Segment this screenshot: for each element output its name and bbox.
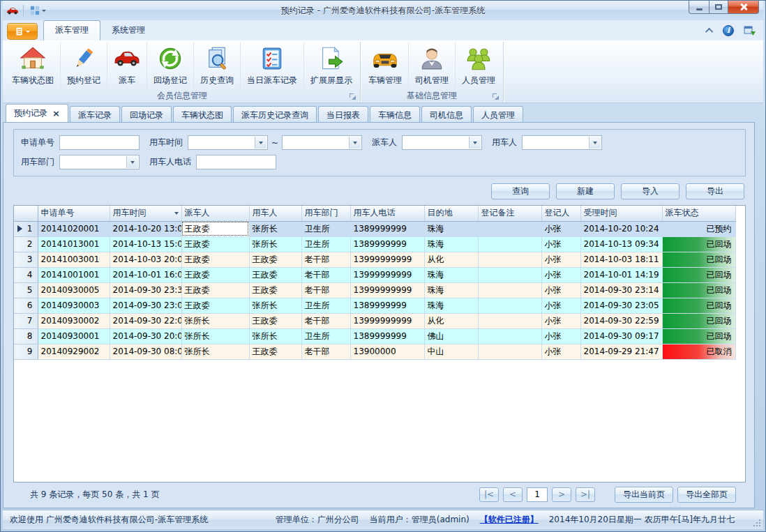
cell-order-no[interactable]: 20141003001	[38, 252, 110, 267]
chevron-down-icon[interactable]	[255, 137, 266, 149]
cell-dept[interactable]: 老干部	[301, 252, 350, 267]
cell-phone[interactable]: 13999999999	[350, 267, 424, 282]
file-menu-button[interactable]	[7, 23, 38, 40]
minimize-button[interactable]	[689, 1, 709, 14]
cell-status[interactable]: 已回场	[662, 267, 735, 282]
page-number-input[interactable]	[527, 487, 548, 502]
doc-tab-daily-report[interactable]: 当日报表	[318, 106, 368, 122]
column-header-order-no[interactable]: 申请单号	[38, 206, 110, 221]
cell-registrar[interactable]: 小张	[541, 282, 580, 298]
cell-accept-time[interactable]: 2014-10-13 09:34	[580, 236, 662, 252]
cell-dept[interactable]: 老干部	[301, 267, 350, 282]
cell-order-no[interactable]: 20140930001	[38, 328, 110, 344]
doc-tab-driver-info[interactable]: 司机信息	[421, 106, 472, 122]
table-row[interactable]: 9 20140929002 2014-09-30 08:00 张所长 王政委 老…	[14, 344, 735, 359]
cell-status[interactable]: 已取消	[662, 344, 735, 359]
row-selector-cell[interactable]: 6	[14, 298, 38, 313]
cell-status[interactable]: 已回场	[662, 236, 735, 252]
cell-use-time[interactable]: 2014-10-01 16:00	[110, 267, 181, 282]
ribbon-button-personnel-management[interactable]: 人员管理	[455, 42, 502, 89]
cell-dept[interactable]: 卫生所	[301, 298, 350, 313]
cell-remark[interactable]	[478, 267, 541, 282]
cell-remark[interactable]	[478, 328, 541, 344]
cell-dept[interactable]: 卫生所	[301, 328, 350, 344]
cell-registrar[interactable]: 小张	[541, 252, 580, 267]
cell-destination[interactable]: 珠海	[424, 236, 478, 252]
cell-status[interactable]: 已预约	[662, 221, 735, 236]
cell-destination[interactable]: 佛山	[424, 328, 478, 344]
table-row[interactable]: 3 20141003001 2014-10-03 20:00 王政委 王政委 老…	[14, 252, 735, 267]
tab-close-icon[interactable]	[52, 109, 60, 118]
row-selector-cell[interactable]: 3	[14, 252, 38, 267]
chevron-down-icon[interactable]	[469, 137, 481, 149]
cell-use-time[interactable]: 2014-09-30 08:00	[110, 344, 181, 359]
table-row[interactable]: 5 20140930005 2014-09-30 23:30 王政委 王政委 老…	[14, 282, 735, 298]
column-header-phone[interactable]: 用车人电话	[350, 206, 424, 221]
doc-tab-reservation-records[interactable]: 预约记录	[6, 104, 68, 122]
cell-remark[interactable]	[478, 221, 541, 236]
cell-destination[interactable]: 从化	[424, 313, 478, 328]
cell-accept-time[interactable]: 2014-09-29 21:47	[580, 344, 662, 359]
doc-tab-personnel-management[interactable]: 人员管理	[473, 106, 523, 122]
cell-dispatcher[interactable]: 王政委	[181, 236, 249, 252]
doc-tab-dispatch-records[interactable]: 派车记录	[70, 106, 120, 122]
cell-order-no[interactable]: 20141001001	[38, 267, 110, 282]
cell-phone[interactable]: 13999999999	[350, 313, 424, 328]
cell-registrar[interactable]: 小张	[541, 236, 580, 252]
column-header-remark[interactable]: 登记备注	[478, 206, 541, 221]
cell-registrar[interactable]: 小张	[541, 267, 580, 282]
cell-user[interactable]: 王政委	[249, 344, 301, 359]
cell-registrar[interactable]: 小张	[541, 344, 580, 359]
use-time-to-combo[interactable]	[282, 135, 362, 150]
export-all-pages-button[interactable]: 导出全部页	[677, 487, 736, 503]
order-no-input[interactable]	[59, 135, 140, 150]
last-page-button[interactable]: >|	[576, 487, 595, 502]
cell-destination[interactable]: 珠海	[424, 282, 478, 298]
cell-destination[interactable]: 珠海	[424, 298, 478, 313]
cell-order-no[interactable]: 20140930002	[38, 313, 110, 328]
cell-phone[interactable]: 1389999999	[350, 236, 424, 252]
cell-use-time[interactable]: 2014-10-20 13:00	[110, 221, 181, 236]
chevron-down-icon[interactable]	[126, 156, 138, 168]
cell-status[interactable]: 已回场	[662, 282, 735, 298]
new-button[interactable]: 新建	[556, 183, 615, 199]
cell-phone[interactable]: 1389999999	[350, 328, 424, 344]
row-selector-cell[interactable]: 9	[14, 344, 38, 359]
table-row[interactable]: 2 20141013001 2014-10-13 15:00 王政委 张所长 卫…	[14, 236, 735, 252]
row-selector-cell[interactable]: 5	[14, 282, 38, 298]
dialog-launcher-icon[interactable]	[493, 93, 499, 100]
column-header-dept[interactable]: 用车部门	[301, 206, 350, 221]
row-selector-cell[interactable]: 8	[14, 328, 38, 344]
cell-destination[interactable]: 中山	[424, 344, 478, 359]
cell-use-time[interactable]: 2014-09-30 23:30	[110, 282, 181, 298]
ribbon-tab-dispatch[interactable]: 派车管理	[43, 20, 100, 40]
cell-registrar[interactable]: 小张	[541, 221, 580, 236]
maximize-button[interactable]	[709, 1, 728, 14]
dialog-launcher-icon[interactable]	[350, 93, 356, 100]
switch-window-icon[interactable]	[744, 25, 756, 36]
close-button[interactable]	[728, 1, 759, 14]
license-status-link[interactable]: 【软件已注册】	[480, 514, 539, 526]
ribbon-tab-system[interactable]: 系统管理	[100, 21, 156, 40]
cell-remark[interactable]	[478, 252, 541, 267]
chevron-down-icon[interactable]	[589, 137, 601, 149]
cell-remark[interactable]	[478, 236, 541, 252]
cell-user[interactable]: 王政委	[249, 267, 301, 282]
cell-dispatcher[interactable]: 王政委	[181, 221, 249, 236]
ribbon-button-today-dispatch-records[interactable]: 当日派车记录	[240, 42, 303, 89]
cell-dept[interactable]: 老干部	[301, 344, 350, 359]
doc-tab-vehicle-status-map[interactable]: 车辆状态图	[173, 106, 232, 122]
cell-use-time[interactable]: 2014-09-30 23:00	[110, 298, 181, 313]
cell-order-no[interactable]: 20141020001	[38, 221, 110, 236]
cell-accept-time[interactable]: 2014-09-30 09:17	[580, 328, 662, 344]
cell-destination[interactable]: 从化	[424, 252, 478, 267]
import-button[interactable]: 导入	[621, 183, 679, 199]
cell-status[interactable]: 已回场	[662, 313, 735, 328]
row-selector-cell[interactable]: 2	[14, 236, 38, 252]
cell-registrar[interactable]: 小张	[541, 328, 580, 344]
cell-dept[interactable]: 老干部	[301, 313, 350, 328]
cell-user[interactable]: 王政委	[249, 282, 301, 298]
cell-dispatcher[interactable]: 王政委	[181, 282, 249, 298]
export-current-page-button[interactable]: 导出当前页	[615, 487, 673, 503]
table-row[interactable]: 7 20140930002 2014-09-30 22:00 张所长 王政委 老…	[14, 313, 735, 328]
